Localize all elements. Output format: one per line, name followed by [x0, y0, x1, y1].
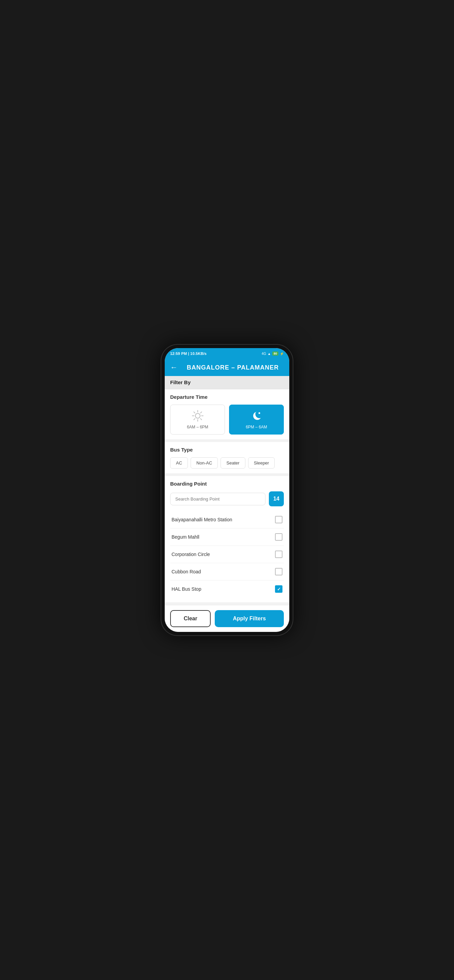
list-item: HAL Bus Stop [170, 581, 284, 598]
svg-point-0 [195, 414, 200, 418]
bus-type-section: Bus Type AC Non-AC Seater Sleeper [165, 442, 289, 473]
boarding-count-badge: 14 [269, 492, 284, 506]
svg-line-6 [201, 418, 202, 420]
bottom-bar: Clear Apply Filters [165, 605, 289, 632]
list-item: Begum Mahll [170, 528, 284, 546]
boarding-checkbox-checked[interactable] [275, 585, 282, 593]
bus-type-title: Bus Type [170, 447, 284, 453]
list-item: Baiyapanahalli Metro Station [170, 511, 284, 528]
content-area: Filter By Departure Time [165, 376, 289, 605]
departure-night-option[interactable]: 6PM – 6AM [229, 404, 284, 434]
boarding-point-section: Boarding Point 14 Baiyapanahalli Metro S… [165, 476, 289, 602]
status-icons: 4G ▲ 80 ⚡ [262, 352, 284, 356]
status-time: 12:59 PM | 10.5KB/s [170, 352, 207, 356]
departure-day-option[interactable]: 6AM – 6PM [170, 404, 225, 434]
signal-icon: 4G [262, 352, 266, 356]
filter-by-bar: Filter By [165, 376, 289, 389]
apply-filters-button[interactable]: Apply Filters [215, 610, 284, 627]
departure-day-label: 6AM – 6PM [187, 425, 208, 430]
boarding-item-name: Begum Mahll [172, 534, 199, 540]
boarding-point-title: Boarding Point [170, 481, 284, 487]
boarding-item-name: Corporation Circle [172, 552, 210, 557]
boarding-item-name: Cubbon Road [172, 569, 201, 574]
bus-type-nonac[interactable]: Non-AC [191, 457, 218, 469]
boarding-item-name: HAL Bus Stop [172, 586, 201, 592]
boarding-checkbox[interactable] [275, 533, 282, 541]
sun-icon [191, 410, 204, 422]
departure-night-label: 6PM – 6AM [246, 425, 267, 430]
charging-icon: ⚡ [280, 352, 284, 356]
boarding-search-input[interactable] [170, 493, 266, 505]
bus-type-options: AC Non-AC Seater Sleeper [170, 457, 284, 469]
departure-time-title: Departure Time [170, 394, 284, 400]
departure-options: 6AM – 6PM 6PM – 6AM [170, 404, 284, 434]
boarding-list: Baiyapanahalli Metro Station Begum Mahll… [170, 511, 284, 598]
svg-line-7 [201, 412, 202, 413]
page-title: BANGALORE – PALAMANER [182, 364, 284, 371]
phone-screen: 12:59 PM | 10.5KB/s 4G ▲ 80 ⚡ ← BANGALOR… [165, 348, 289, 632]
svg-line-5 [194, 412, 195, 413]
status-bar: 12:59 PM | 10.5KB/s 4G ▲ 80 ⚡ [165, 348, 289, 359]
filter-by-label: Filter By [170, 379, 191, 385]
boarding-checkbox[interactable] [275, 516, 282, 523]
svg-line-8 [194, 418, 195, 420]
departure-time-section: Departure Time [165, 389, 289, 439]
boarding-checkbox[interactable] [275, 550, 282, 558]
svg-point-9 [258, 412, 260, 414]
battery-icon: 80 [272, 352, 279, 356]
list-item: Corporation Circle [170, 546, 284, 563]
bus-type-sleeper[interactable]: Sleeper [248, 457, 275, 469]
moon-icon [250, 410, 263, 422]
bus-type-seater[interactable]: Seater [221, 457, 245, 469]
bus-type-ac[interactable]: AC [170, 457, 188, 469]
boarding-checkbox[interactable] [275, 568, 282, 576]
wifi-icon: ▲ [268, 352, 271, 356]
boarding-item-name: Baiyapanahalli Metro Station [172, 517, 232, 522]
clear-button[interactable]: Clear [170, 610, 211, 627]
boarding-search-row: 14 [170, 492, 284, 506]
back-button[interactable]: ← [170, 364, 178, 371]
phone-frame: 12:59 PM | 10.5KB/s 4G ▲ 80 ⚡ ← BANGALOR… [161, 344, 293, 636]
list-item: Cubbon Road [170, 563, 284, 581]
header: ← BANGALORE – PALAMANER [165, 359, 289, 376]
